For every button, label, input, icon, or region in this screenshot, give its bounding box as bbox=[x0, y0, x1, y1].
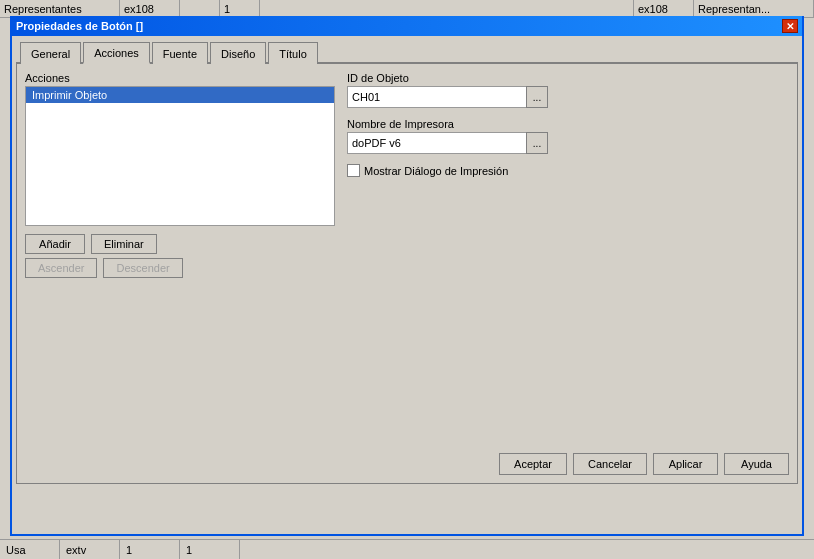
mostrar-dialogo-row: Mostrar Diálogo de Impresión bbox=[347, 164, 797, 177]
acciones-label: Acciones bbox=[25, 72, 335, 84]
nombre-impresora-group: Nombre de Impresora ... bbox=[347, 118, 797, 154]
down-button[interactable]: Descender bbox=[103, 258, 182, 278]
up-button[interactable]: Ascender bbox=[25, 258, 97, 278]
mostrar-dialogo-label: Mostrar Diálogo de Impresión bbox=[364, 165, 508, 177]
dialog-bottom-buttons: Aceptar Cancelar Aplicar Ayuda bbox=[499, 453, 789, 475]
close-button[interactable]: ✕ bbox=[782, 19, 798, 33]
dialog-titlebar: Propiedades de Botón [] ✕ bbox=[12, 16, 802, 36]
ayuda-button[interactable]: Ayuda bbox=[724, 453, 789, 475]
tab-titulo[interactable]: Título bbox=[268, 42, 318, 64]
col-empty-2 bbox=[260, 0, 634, 17]
nombre-impresora-row: ... bbox=[347, 132, 797, 154]
btn-row-2: Ascender Descender bbox=[25, 258, 335, 278]
col-ex108-1: ex108 bbox=[120, 0, 180, 17]
id-objeto-browse-button[interactable]: ... bbox=[526, 86, 548, 108]
id-objeto-input[interactable] bbox=[347, 86, 527, 108]
left-panel: Acciones Imprimir Objeto Añadir Eliminar… bbox=[25, 72, 335, 278]
status-1-1: 1 bbox=[120, 540, 180, 559]
btn-row-1: Añadir Eliminar bbox=[25, 234, 335, 254]
status-bar: Usa extv 1 1 bbox=[0, 539, 814, 559]
tab-bar: General Acciones Fuente Diseño Título bbox=[16, 40, 798, 64]
aceptar-button[interactable]: Aceptar bbox=[499, 453, 567, 475]
dialog-window: Propiedades de Botón [] ✕ General Accion… bbox=[10, 16, 804, 536]
dialog-content: General Acciones Fuente Diseño Título Ac… bbox=[12, 36, 802, 488]
id-objeto-group: ID de Objeto ... bbox=[347, 72, 797, 108]
aplicar-button[interactable]: Aplicar bbox=[653, 453, 718, 475]
col-empty-1 bbox=[180, 0, 220, 17]
id-objeto-label: ID de Objeto bbox=[347, 72, 797, 84]
tab-general[interactable]: General bbox=[20, 42, 81, 64]
action-item-imprimir[interactable]: Imprimir Objeto bbox=[26, 87, 334, 103]
status-extv: extv bbox=[60, 540, 120, 559]
col-representan: Representan... bbox=[694, 0, 814, 17]
nombre-impresora-label: Nombre de Impresora bbox=[347, 118, 797, 130]
tab-panel-acciones: Acciones Imprimir Objeto Añadir Eliminar… bbox=[16, 64, 798, 484]
remove-button[interactable]: Eliminar bbox=[91, 234, 157, 254]
col-1-1: 1 bbox=[220, 0, 260, 17]
status-usa: Usa bbox=[0, 540, 60, 559]
nombre-impresora-browse-button[interactable]: ... bbox=[526, 132, 548, 154]
dialog-title: Propiedades de Botón [] bbox=[16, 20, 143, 32]
tab-diseno[interactable]: Diseño bbox=[210, 42, 266, 64]
col-ex108-2: ex108 bbox=[634, 0, 694, 17]
col-representantes: Representantes bbox=[0, 0, 120, 17]
nombre-impresora-input[interactable] bbox=[347, 132, 527, 154]
right-panel: ID de Objeto ... Nombre de Impresora ... bbox=[347, 72, 797, 177]
id-objeto-row: ... bbox=[347, 86, 797, 108]
tab-acciones[interactable]: Acciones bbox=[83, 42, 150, 64]
add-button[interactable]: Añadir bbox=[25, 234, 85, 254]
mostrar-dialogo-checkbox[interactable] bbox=[347, 164, 360, 177]
status-1-2: 1 bbox=[180, 540, 240, 559]
cancelar-button[interactable]: Cancelar bbox=[573, 453, 647, 475]
actions-list: Imprimir Objeto bbox=[25, 86, 335, 226]
tab-fuente[interactable]: Fuente bbox=[152, 42, 208, 64]
